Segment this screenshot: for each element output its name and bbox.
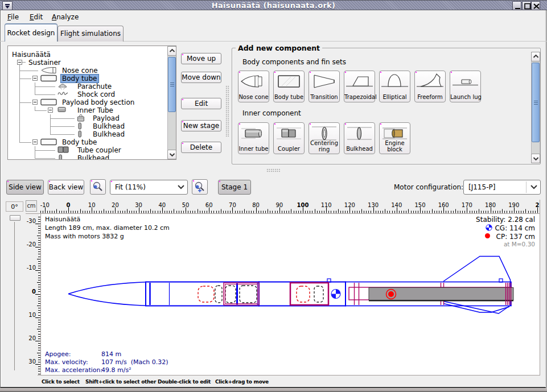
max-velocity-value: 107 m/s (Mach 0.32) bbox=[101, 358, 168, 366]
tree-icon-coupler bbox=[57, 146, 69, 155]
svg-text:120: 120 bbox=[344, 202, 355, 208]
window-menu-icon[interactable] bbox=[2, 1, 13, 10]
menu-file[interactable]: File bbox=[7, 13, 19, 21]
tree-item[interactable]: Payload bbox=[92, 114, 121, 122]
menu-edit[interactable]: Edit bbox=[30, 13, 43, 21]
inner-dashed-2 bbox=[240, 286, 257, 303]
tree-scroll-thumb[interactable] bbox=[168, 57, 176, 112]
component-tree[interactable]: HaisunäätäSustainerNose coneBody tubePar… bbox=[7, 46, 176, 160]
svg-text:40: 40 bbox=[158, 202, 166, 208]
menu-analyze[interactable]: Analyze bbox=[52, 13, 79, 21]
tree-item[interactable]: Haisunäätä bbox=[11, 51, 52, 59]
panel-scroll-down[interactable] bbox=[531, 154, 540, 163]
edit-button[interactable]: Edit bbox=[181, 98, 221, 109]
tree-item[interactable]: Bulkhead bbox=[92, 122, 126, 130]
close-button[interactable] bbox=[531, 1, 540, 10]
back-view-button[interactable]: Back view bbox=[48, 180, 84, 195]
title-bar[interactable]: Haisunäätä (haisunaata.ork) bbox=[0, 0, 547, 10]
svg-text:-10: -10 bbox=[27, 265, 36, 271]
add-trapezoidal-button[interactable]: Trapezoidal bbox=[344, 71, 375, 102]
hint-drag: Click+drag to move bbox=[215, 379, 269, 385]
minimize-button[interactable] bbox=[512, 1, 521, 10]
tree-expander[interactable] bbox=[17, 60, 22, 65]
add-innertube-button[interactable]: Inner tube bbox=[238, 122, 269, 154]
svg-text:30: 30 bbox=[28, 358, 36, 365]
shock-cord-outline bbox=[215, 286, 222, 303]
add-freeform-button[interactable]: Freeform bbox=[414, 71, 446, 102]
zoom-level-combo[interactable]: Fit (11%) bbox=[110, 180, 188, 195]
window-title: Haisunäätä (haisunaata.ork) bbox=[0, 1, 547, 10]
new-stage-button[interactable]: New stage bbox=[181, 120, 221, 131]
tree-item[interactable]: Bulkhead bbox=[76, 154, 111, 160]
tree-item[interactable]: Parachute bbox=[76, 82, 113, 90]
move-up-button[interactable]: Move up bbox=[181, 53, 221, 64]
tree-item[interactable]: Bulkhead bbox=[92, 130, 126, 138]
maximize-button[interactable] bbox=[522, 1, 531, 10]
tree-item[interactable]: Body tube bbox=[61, 138, 98, 146]
apogee-label: Apogee: bbox=[45, 350, 71, 358]
cg-text: CG: 114 cm bbox=[495, 224, 535, 232]
add-launchlug-button[interactable]: Launch lug bbox=[450, 71, 481, 102]
motor-configuration-combo[interactable]: [J115-P] bbox=[463, 180, 541, 195]
add-engineblock-button[interactable]: Engine block bbox=[379, 122, 410, 154]
svg-text:140: 140 bbox=[391, 202, 402, 208]
tree-icon-tube bbox=[40, 98, 57, 108]
svg-text:190: 190 bbox=[508, 202, 519, 208]
add-coupler-button[interactable]: Coupler bbox=[273, 122, 305, 154]
svg-text:60: 60 bbox=[205, 202, 213, 208]
add-elliptical-button[interactable]: Elliptical bbox=[379, 71, 410, 102]
tree-item[interactable]: Inner Tube bbox=[76, 106, 115, 114]
tab-flight-simulations[interactable]: Flight simulations bbox=[57, 26, 124, 42]
svg-text:0: 0 bbox=[67, 202, 71, 208]
zoom-in-button[interactable] bbox=[192, 179, 208, 195]
tree-item[interactable]: Shock cord bbox=[76, 90, 117, 98]
add-transition-button[interactable]: Transition bbox=[309, 71, 340, 102]
add-bulkheadc-button[interactable]: Bulkhead bbox=[344, 122, 375, 154]
tree-icon-shock bbox=[57, 90, 69, 98]
tree-expander[interactable] bbox=[32, 76, 38, 81]
svg-text:110: 110 bbox=[321, 202, 332, 208]
add-nosecone-button[interactable]: Nose cone bbox=[238, 71, 269, 102]
tree-expander[interactable] bbox=[32, 139, 38, 145]
tree-icon-tube bbox=[40, 138, 57, 147]
panel-scroll-up[interactable] bbox=[531, 52, 540, 61]
tree-item[interactable]: Nose cone bbox=[61, 67, 100, 75]
add-component-title: Add new component bbox=[236, 44, 322, 52]
svg-text:10: 10 bbox=[88, 202, 96, 208]
side-view-button[interactable]: Side view bbox=[6, 180, 44, 195]
tree-icon-tube bbox=[40, 75, 57, 84]
svg-text:90: 90 bbox=[275, 202, 283, 208]
tree-scroll-down[interactable] bbox=[167, 150, 176, 159]
tree-item[interactable]: Body tube bbox=[61, 75, 98, 82]
add-bodytube-button[interactable]: Body tube bbox=[273, 71, 305, 102]
tab-rocket-design[interactable]: Rocket design bbox=[5, 23, 57, 42]
zoom-out-button[interactable] bbox=[90, 179, 106, 195]
hint-click-select: Click to select bbox=[42, 379, 80, 385]
vertical-splitter[interactable] bbox=[225, 85, 229, 137]
panel-scroll-thumb[interactable] bbox=[532, 63, 540, 142]
tree-item[interactable]: Payload body section bbox=[61, 98, 136, 106]
figure-info-mass: Mass with motors 3832 g bbox=[45, 233, 124, 240]
fin-bottom-2 bbox=[443, 304, 509, 313]
svg-text:20: 20 bbox=[28, 335, 36, 341]
tree-item[interactable]: Sustainer bbox=[27, 59, 63, 67]
tree-expander[interactable] bbox=[32, 100, 38, 105]
max-acceleration-value: 49.8 m/s² bbox=[101, 366, 131, 374]
svg-text:70: 70 bbox=[229, 202, 236, 208]
horizontal-splitter[interactable] bbox=[266, 168, 280, 172]
svg-text:30: 30 bbox=[135, 202, 142, 208]
delete-button[interactable]: Delete bbox=[181, 142, 221, 153]
svg-text:-30: -30 bbox=[27, 218, 36, 224]
tree-scroll-up[interactable] bbox=[167, 46, 176, 56]
stage-1-toggle[interactable]: Stage 1 bbox=[218, 180, 251, 195]
move-down-button[interactable]: Move down bbox=[181, 72, 221, 83]
tree-item[interactable]: Tube coupler bbox=[76, 146, 123, 154]
add-centeringring-button[interactable]: Centering ring bbox=[309, 122, 340, 154]
cp-text: CP: 137 cm bbox=[496, 233, 535, 241]
svg-text:180: 180 bbox=[485, 202, 496, 208]
section-label: Body components and fin sets bbox=[242, 58, 346, 66]
svg-text:160: 160 bbox=[438, 202, 449, 208]
tree-expander[interactable] bbox=[48, 108, 53, 113]
svg-text:10: 10 bbox=[28, 312, 36, 318]
max-acceleration-label: Max. acceleration: bbox=[45, 366, 102, 374]
